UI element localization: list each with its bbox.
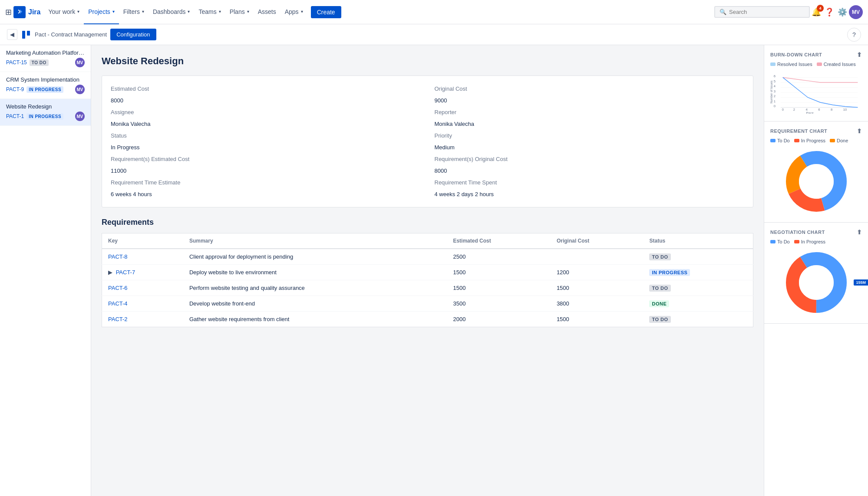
- issue-detail-grid: Estimated Cost Original Cost 8000 9000 A…: [102, 76, 753, 207]
- req-est-cost-0: 2500: [447, 249, 550, 265]
- negotiation-donut-container: 155M: [770, 248, 862, 317]
- breadcrumb[interactable]: Pact - Contract Management: [35, 31, 107, 38]
- legend-req-todo-color: [770, 139, 776, 142]
- svg-text:4: 4: [774, 84, 776, 88]
- detail-value-assignee: Monika Valecha: [111, 118, 428, 130]
- nav-your-work[interactable]: Your work ▾: [44, 0, 84, 24]
- create-button[interactable]: Create: [311, 6, 341, 18]
- nav-assets[interactable]: Assets: [254, 0, 281, 24]
- req-key-link-4[interactable]: PACT-2: [108, 316, 128, 322]
- svg-rect-1: [22, 31, 25, 39]
- requirement-share-icon[interactable]: ⬆: [857, 128, 862, 135]
- sidebar-item-0[interactable]: Marketing Automation Platform I... PACT-…: [0, 45, 91, 72]
- req-status-4: TO DO: [643, 312, 753, 327]
- sidebar-key-1[interactable]: PACT-9: [6, 86, 24, 92]
- chevron-icon: ▾: [142, 9, 144, 14]
- sidebar-item-2[interactable]: Website Redesign PACT-1 IN PROGRESS MV: [0, 99, 91, 126]
- nav-apps[interactable]: Apps ▾: [281, 0, 307, 24]
- negotiation-badge: 155M: [854, 279, 868, 286]
- search-input[interactable]: [729, 9, 805, 15]
- burndown-legend: Resolved Issues Created Issues: [770, 62, 862, 67]
- req-key-link-3[interactable]: PACT-4: [108, 300, 128, 307]
- table-row: ▶ PACT-7 Deploy website to live environm…: [102, 265, 753, 280]
- nav-filters[interactable]: Filters ▾: [119, 0, 149, 24]
- detail-value-status: In Progress: [111, 141, 428, 153]
- right-panel: BURN-DOWN CHART ⬆ Resolved Issues Create…: [764, 45, 868, 496]
- negotiation-share-icon[interactable]: ⬆: [857, 229, 862, 236]
- svg-text:0: 0: [774, 104, 776, 108]
- detail-value-req-orig-cost: 8000: [428, 165, 745, 177]
- svg-text:1: 1: [774, 99, 776, 103]
- detail-label-original-cost: Original Cost: [428, 83, 745, 95]
- nav-dashboards[interactable]: Dashboards ▾: [149, 0, 195, 24]
- settings-button[interactable]: ⚙️: [836, 6, 849, 19]
- legend-neg-todo-color: [770, 240, 776, 243]
- grid-icon[interactable]: ⊞: [5, 7, 12, 17]
- requirement-chart-section: REQUIREMENT CHART ⬆ To Do In Progress Do…: [764, 122, 868, 223]
- negotiation-chart-title: NEGOTIATION CHART ⬆: [770, 229, 862, 236]
- req-key-3: PACT-4: [102, 296, 183, 312]
- req-summary-1: Deploy website to live environment: [183, 265, 447, 280]
- col-original-cost: Original Cost: [551, 233, 644, 249]
- req-orig-cost-4: 1500: [551, 312, 644, 327]
- main-layout: Marketing Automation Platform I... PACT-…: [0, 45, 868, 496]
- sidebar-status-2: IN PROGRESS: [26, 113, 63, 120]
- secondary-help-button[interactable]: ?: [847, 28, 861, 42]
- requirement-chart-title: REQUIREMENT CHART ⬆: [770, 128, 862, 135]
- detail-label-estimated-cost: Estimated Cost: [111, 83, 428, 95]
- sidebar-item-1[interactable]: CRM System Implementation PACT-9 IN PROG…: [0, 72, 91, 99]
- req-key-link-0[interactable]: PACT-8: [108, 253, 128, 260]
- issue-title: Website Redesign: [102, 56, 753, 67]
- sidebar-status-0: TO DO: [30, 59, 49, 66]
- svg-text:3: 3: [774, 89, 776, 93]
- chevron-icon: ▾: [112, 9, 115, 14]
- chevron-icon: ▾: [247, 9, 249, 14]
- notifications-button[interactable]: 🔔 4: [810, 6, 823, 19]
- table-row: PACT-8 Client approval for deployment is…: [102, 249, 753, 265]
- chevron-icon: ▾: [219, 9, 221, 14]
- req-key-link-1[interactable]: PACT-7: [116, 269, 135, 276]
- content-area: Website Redesign Estimated Cost Original…: [91, 45, 764, 496]
- req-summary-2: Perform website testing and quality assu…: [183, 280, 447, 296]
- req-key-2: PACT-6: [102, 280, 183, 296]
- help-button[interactable]: ❓: [823, 6, 836, 19]
- sidebar-item-title-0: Marketing Automation Platform I...: [6, 49, 85, 56]
- configuration-tab[interactable]: Configuration: [110, 29, 156, 40]
- top-navigation: ⊞ Jira Your work ▾ Projects ▾ Filters ▾ …: [0, 0, 868, 24]
- detail-label-req-time-spent: Requirement Time Spent: [428, 177, 745, 188]
- jira-logo[interactable]: Jira: [13, 6, 40, 18]
- burndown-share-icon[interactable]: ⬆: [857, 51, 862, 58]
- svg-rect-2: [27, 31, 30, 36]
- requirements-title: Requirements: [102, 218, 753, 227]
- legend-neg-inprogress: In Progress: [794, 239, 825, 244]
- negotiation-chart-section: NEGOTIATION CHART ⬆ To Do In Progress: [764, 223, 868, 324]
- req-est-cost-3: 3500: [447, 296, 550, 312]
- nav-plans[interactable]: Plans ▾: [225, 0, 254, 24]
- sidebar-key-2[interactable]: PACT-1: [6, 113, 24, 119]
- legend-created-color: [817, 62, 822, 66]
- nav-teams[interactable]: Teams ▾: [194, 0, 225, 24]
- legend-resolved: Resolved Issues: [770, 62, 812, 67]
- expand-icon[interactable]: ▶: [108, 269, 112, 276]
- table-row: PACT-2 Gather website requirements from …: [102, 312, 753, 327]
- req-key-link-2[interactable]: PACT-6: [108, 285, 128, 291]
- legend-neg-inprogress-color: [794, 240, 799, 243]
- req-est-cost-2: 1500: [447, 280, 550, 296]
- user-avatar[interactable]: MV: [849, 5, 863, 19]
- table-row: PACT-4 Develop website front-end 3500 38…: [102, 296, 753, 312]
- legend-req-todo: To Do: [770, 138, 790, 143]
- sidebar-key-0[interactable]: PACT-15: [6, 59, 27, 66]
- svg-point-31: [799, 265, 834, 300]
- req-status-0: TO DO: [643, 249, 753, 265]
- logo-text: Jira: [28, 8, 40, 16]
- req-status-3: DONE: [643, 296, 753, 312]
- requirement-donut-svg: [782, 147, 851, 216]
- burndown-chart-title: BURN-DOWN CHART ⬆: [770, 51, 862, 58]
- sidebar-avatar-2: MV: [75, 112, 85, 121]
- toggle-sidebar-button[interactable]: ◀: [7, 29, 17, 40]
- nav-projects[interactable]: Projects ▾: [84, 0, 119, 24]
- requirement-donut-container: [770, 147, 862, 216]
- req-status-2: TO DO: [643, 280, 753, 296]
- legend-req-inprogress: In Progress: [794, 138, 825, 143]
- detail-label-req-orig-cost: Requirement(s) Original Cost: [428, 153, 745, 165]
